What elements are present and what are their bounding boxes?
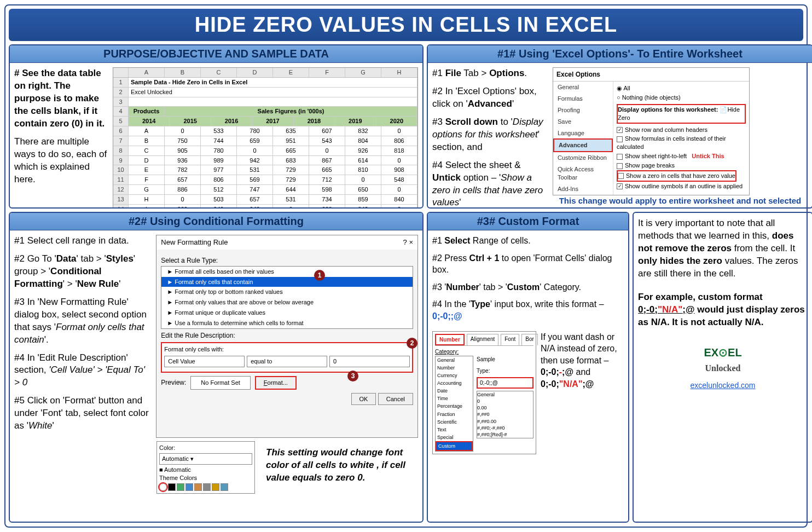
panel3-hint: This setting would change font color of …: [260, 441, 418, 490]
panel-custom: #3# Custom Format #1 Select Range of cel…: [427, 212, 629, 523]
format-cells-dialog: NumberAlignmentFontBor Category: General…: [432, 331, 536, 455]
ok-button[interactable]: OK: [351, 393, 376, 406]
panel2-note: This change would apply to entire worksh…: [553, 195, 808, 209]
color-picker: Color: Automatic ▾ ■ Automatic Theme Col…: [156, 441, 255, 493]
panel-purpose: PURPOSE/OBJECTIVE AND SAMPLE DATA # See …: [9, 44, 424, 209]
panel2-header: #1# Using 'Excel Options'- To Entire Wor…: [428, 45, 812, 63]
excel-options-dialog: Excel Options GeneralFormulasProofingSav…: [553, 67, 750, 195]
panel-conditional: #2# Using Conditional Formatting #1 Sele…: [9, 212, 424, 523]
panel1-header: PURPOSE/OBJECTIVE AND SAMPLE DATA: [10, 45, 422, 63]
logo: EX⊙EL Unlocked: [638, 345, 808, 375]
panel-options: #1# Using 'Excel Options'- To Entire Wor…: [427, 44, 812, 209]
panel1-text2: There are multiple ways to do so, each o…: [14, 136, 107, 186]
panel4-header: #3# Custom Format: [428, 213, 628, 230]
panel-note: It is very important to note that all me…: [633, 212, 812, 523]
excel-grid: ABCDEFGH 1Sample Data - Hide Zero in Cel…: [113, 67, 418, 209]
main-title: HIDE ZERO VALUES IN CELLS IN EXCEL: [9, 9, 803, 41]
cancel-button[interactable]: Cancel: [378, 393, 413, 406]
panel3-header: #2# Using Conditional Formatting: [10, 213, 422, 230]
website-link[interactable]: excelunlocked.com: [638, 380, 808, 391]
formatting-rule-dialog: New Formatting Rule? × Select a Rule Typ…: [156, 235, 418, 438]
